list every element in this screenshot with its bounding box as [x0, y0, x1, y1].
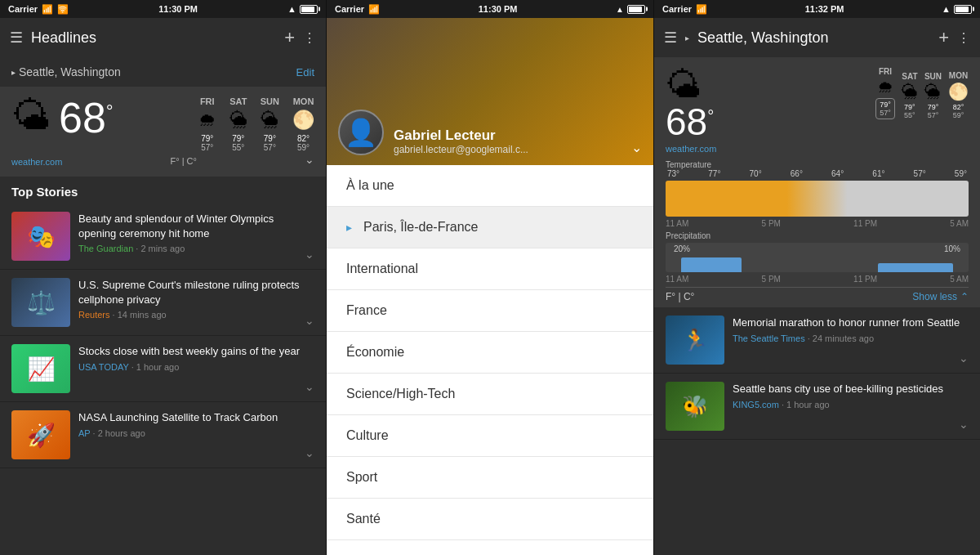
- menu-icon-left[interactable]: ☰: [10, 29, 23, 47]
- weather-source-right: weather.com: [666, 144, 716, 154]
- news-chevron-2[interactable]: ⌄: [305, 380, 314, 393]
- menu-item-grosplan[interactable]: Gros plan: [327, 540, 653, 555]
- show-less-chevron-icon: ⌃: [960, 291, 969, 302]
- news-title-0: Beauty and splendour of Winter Olympics …: [78, 212, 314, 240]
- weather-units-left[interactable]: F° | C°: [170, 156, 196, 166]
- precip-bar-2: [878, 263, 954, 272]
- location-icon-right: ▲: [942, 4, 951, 14]
- location-row-left: ▸ Seattle, Washington Edit: [0, 57, 326, 87]
- news-chevron-right-0[interactable]: ⌄: [959, 351, 969, 365]
- time-right: 11:32 PM: [805, 4, 844, 14]
- news-content-3: NASA Launching Satellite to Track Carbon…: [78, 410, 314, 438]
- weather-source-left: weather.com: [11, 157, 62, 167]
- news-title-3: NASA Launching Satellite to Track Carbon: [78, 410, 314, 425]
- forecast-day-2: SUN 🌦 79°57°: [261, 96, 279, 152]
- top-bar-right: ☰ ▸ Seattle, Washington + ⋮: [654, 18, 980, 57]
- menu-label-sante: Santé: [346, 512, 381, 526]
- profile-header[interactable]: 👤 Gabriel Lecteur gabriel.lecteur@google…: [327, 18, 653, 165]
- status-bar-right: Carrier 📶 11:32 PM ▲: [654, 0, 980, 18]
- news-chevron-3[interactable]: ⌄: [305, 446, 314, 459]
- carrier-left: Carrier: [8, 4, 38, 14]
- news-item-3[interactable]: 🚀 NASA Launching Satellite to Track Carb…: [0, 402, 326, 468]
- news-chevron-right-1[interactable]: ⌄: [959, 418, 969, 431]
- menu-label-paris: Paris, Île-de-France: [363, 220, 479, 235]
- precip-chart: 20% 10%: [666, 243, 969, 272]
- left-panel: Carrier 📶 🛜 11:30 PM ▲ ☰ Headlines + ⋮ ▸…: [0, 0, 327, 555]
- weather-footer-left: weather.com F° | C° ⌄: [11, 152, 314, 167]
- menu-item-economie[interactable]: Économie: [327, 332, 653, 374]
- check-icon-paris: ▸: [346, 221, 352, 234]
- news-thumb-0: 🎭: [11, 212, 70, 261]
- more-button-right[interactable]: ⋮: [957, 30, 970, 46]
- location-text-left: Seattle, Washington: [19, 65, 121, 78]
- menu-item-sante[interactable]: Santé: [327, 499, 653, 540]
- news-title-right-0: Memorial marathon to honor runner from S…: [733, 316, 969, 330]
- forecast-left: FRI 🌧 79°57° SAT 🌦 79°55° SUN 🌦 79°57° M…: [198, 96, 314, 152]
- weather-widget-left: 🌤 68° FRI 🌧 79°57° SAT 🌦 79°55° S: [0, 87, 326, 177]
- weather-widget-right: 🌤 68° weather.com FRI 🌧 79°57° SAT 🌦 79°…: [654, 57, 980, 307]
- news-item-right-0[interactable]: 🏃 Memorial marathon to honor runner from…: [654, 307, 980, 374]
- location-name-left: ▸ Seattle, Washington: [11, 65, 121, 78]
- menu-item-culture[interactable]: Culture: [327, 415, 653, 457]
- weather-icon-left: 🌤: [11, 96, 51, 136]
- news-item-right-1[interactable]: 🐝 Seattle bans city use of bee-killing p…: [654, 374, 980, 440]
- news-source-right-0: The Seattle Times · 24 minutes ago: [733, 333, 969, 343]
- news-thumb-1: ⚖️: [11, 278, 70, 327]
- weather-expand-left[interactable]: ⌄: [305, 153, 314, 166]
- add-button-left[interactable]: +: [284, 27, 295, 48]
- news-item-0[interactable]: 🎭 Beauty and splendour of Winter Olympic…: [0, 204, 326, 270]
- menu-label-international: International: [346, 262, 418, 276]
- menu-label-alune: À la une: [346, 178, 394, 193]
- profile-avatar: 👤: [338, 110, 384, 155]
- forecast-day-0: FRI 🌧 79°57°: [198, 96, 216, 152]
- location-arrow-icon-right: ▸: [685, 34, 689, 43]
- carrier-right: Carrier: [662, 4, 692, 14]
- edit-button-left[interactable]: Edit: [296, 66, 314, 78]
- forecast-day-1: SAT 🌦 79°55°: [229, 96, 247, 152]
- signal-icon-right: 📶: [696, 4, 707, 15]
- menu-item-sport[interactable]: Sport: [327, 457, 653, 499]
- profile-name: Gabriel Lecteur: [394, 128, 631, 144]
- location-icon-left: ▲: [287, 4, 296, 14]
- profile-info: Gabriel Lecteur gabriel.lecteur@googlema…: [394, 128, 631, 155]
- carrier-middle: Carrier: [335, 4, 364, 14]
- news-list-left: 🎭 Beauty and splendour of Winter Olympic…: [0, 204, 326, 555]
- weather-main-left: 🌤 68° FRI 🌧 79°57° SAT 🌦 79°55° S: [11, 96, 314, 152]
- show-less-btn[interactable]: Show less ⌃: [912, 291, 969, 302]
- news-item-2[interactable]: 📈 Stocks close with best weekly gains of…: [0, 336, 326, 402]
- news-thumb-3: 🚀: [11, 410, 70, 459]
- news-title-2: Stocks close with best weekly gains of t…: [78, 344, 314, 359]
- news-chevron-1[interactable]: ⌄: [305, 314, 314, 327]
- news-source-0: The Guardian · 2 mins ago: [78, 244, 314, 253]
- wifi-icon: 🛜: [57, 4, 69, 15]
- menu-item-international[interactable]: International: [327, 248, 653, 290]
- battery-left: [300, 5, 318, 14]
- menu-icon-right[interactable]: ☰: [664, 29, 677, 47]
- menu-item-science[interactable]: Science/High-Tech: [327, 374, 653, 415]
- news-chevron-0[interactable]: ⌄: [305, 248, 314, 261]
- menu-item-france[interactable]: France: [327, 290, 653, 332]
- more-button-left[interactable]: ⋮: [303, 30, 316, 46]
- menu-item-alune[interactable]: À la une: [327, 165, 653, 207]
- news-item-1[interactable]: ⚖️ U.S. Supreme Court's milestone ruling…: [0, 270, 326, 336]
- news-thumb-right-1: 🐝: [666, 382, 724, 431]
- temp-chart-header: Temperature: [666, 160, 969, 169]
- r-forecast-3: MON 🌕 82°59°: [948, 71, 969, 119]
- precip-bar-1: [681, 257, 742, 272]
- news-source-2: USA TODAY · 1 hour ago: [78, 362, 314, 372]
- menu-list: À la une ▸ Paris, Île-de-France Internat…: [327, 165, 653, 555]
- menu-item-paris[interactable]: ▸ Paris, Île-de-France: [327, 207, 653, 248]
- time-middle: 11:30 PM: [479, 4, 518, 14]
- news-content-right-0: Memorial marathon to honor runner from S…: [733, 316, 969, 343]
- news-source-1: Reuters · 14 mins ago: [78, 310, 314, 320]
- battery-middle: [627, 5, 645, 14]
- status-bar-middle: Carrier 📶 11:30 PM ▲: [327, 0, 653, 18]
- add-button-right[interactable]: +: [938, 27, 949, 48]
- menu-label-france: France: [346, 303, 387, 318]
- r-forecast-2: SUN 🌦 79°57°: [924, 72, 942, 119]
- profile-expand-icon[interactable]: ⌄: [631, 140, 642, 155]
- units-toggle-right[interactable]: F° | C°: [666, 291, 694, 302]
- signal-icon: 📶: [42, 4, 53, 15]
- news-content-1: U.S. Supreme Court's milestone ruling pr…: [78, 278, 314, 320]
- news-thumb-2: 📈: [11, 344, 70, 393]
